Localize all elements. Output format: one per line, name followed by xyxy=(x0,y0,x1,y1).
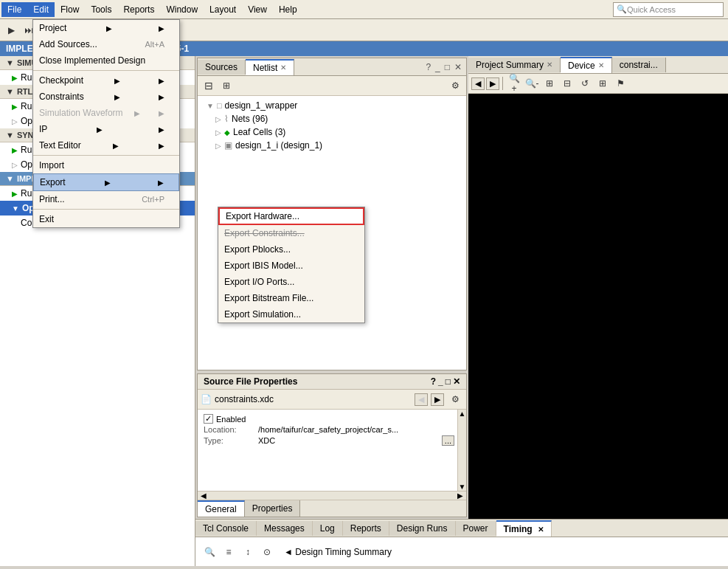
bottom-sort-btn[interactable]: ↕ xyxy=(240,544,256,560)
source-props-panel: Source File Properties ? _ □ ✕ 📄 constra… xyxy=(197,373,467,517)
menu-item-exit[interactable]: Exit xyxy=(33,211,179,227)
netlist-nets-expand: ▷ xyxy=(215,115,221,123)
menu-item-export[interactable]: Export ▶ xyxy=(33,173,179,191)
source-props-minimize[interactable]: _ xyxy=(438,376,443,387)
export-item-constraints[interactable]: Export Constraints... xyxy=(218,225,364,241)
menu-item-add-sources[interactable]: Add Sources... Alt+A xyxy=(33,36,179,52)
menu-item-sim-waveform[interactable]: Simulation Waveform ▶ xyxy=(33,105,179,121)
section-simulation-collapse[interactable]: ▼ xyxy=(6,58,14,67)
menu-item-constraints[interactable]: Constraints ▶ xyxy=(33,89,179,105)
source-props-help[interactable]: ? xyxy=(431,376,436,387)
tab-minimize-btn[interactable]: _ xyxy=(434,62,442,72)
menu-item-text-editor[interactable]: Text Editor ▶ xyxy=(33,137,179,154)
source-tab-properties-label: Properties xyxy=(252,503,293,514)
menu-item-ip[interactable]: IP ▶ xyxy=(33,121,179,137)
netlist-expand-btn[interactable]: ⊞ xyxy=(218,77,235,94)
type-dots-btn[interactable]: ... xyxy=(442,435,454,446)
section-impl-collapse[interactable]: ▼ xyxy=(6,174,14,183)
export-item-hardware[interactable]: Export Hardware... xyxy=(218,207,364,225)
bottom-filter-btn[interactable]: ≡ xyxy=(221,544,237,560)
export-item-io-ports[interactable]: Export I/O Ports... xyxy=(218,274,364,290)
open-impl-expand-icon: ▼ xyxy=(12,204,19,213)
tab-device-close[interactable]: ✕ xyxy=(598,61,604,69)
tab-close-btn[interactable]: ✕ xyxy=(453,62,463,72)
menu-reports[interactable]: Reports xyxy=(117,2,160,17)
tab-netlist[interactable]: Netlist ✕ xyxy=(246,59,294,75)
device-zoom-in[interactable]: 🔍+ xyxy=(506,75,522,92)
tab-sources[interactable]: Sources xyxy=(198,60,246,75)
tab-constraints[interactable]: constrai... xyxy=(612,58,666,72)
netlist-leafcells[interactable]: ▷ ◆ Leaf Cells (3) xyxy=(201,125,463,139)
netlist-collapse-btn[interactable]: ⊟ xyxy=(201,77,217,94)
export-item-ibis[interactable]: Export IBIS Model... xyxy=(218,258,364,274)
section-synthesis-collapse[interactable]: ▼ xyxy=(6,131,14,139)
export-bitstream-label: Export Bitstream File... xyxy=(224,293,313,303)
export-item-simulation[interactable]: Export Simulation... xyxy=(218,306,364,323)
menu-tools[interactable]: Tools xyxy=(85,2,117,17)
source-tab-properties[interactable]: Properties xyxy=(245,500,301,517)
bottom-tab-reports[interactable]: Reports xyxy=(343,521,389,536)
device-back-btn[interactable]: ◀ xyxy=(471,77,485,90)
bottom-tab-power[interactable]: Power xyxy=(456,521,496,536)
hscroll-left[interactable]: ◀ xyxy=(199,492,208,500)
scroll-down-btn[interactable]: ▼ xyxy=(457,483,466,491)
menu-item-close-impl[interactable]: Close Implemented Design xyxy=(33,52,179,69)
menu-item-print[interactable]: Print... Ctrl+P xyxy=(33,191,179,207)
menu-file[interactable]: File xyxy=(1,2,27,17)
enabled-checkbox[interactable] xyxy=(204,414,213,424)
source-props-restore[interactable]: □ xyxy=(446,376,451,387)
export-pblocks-label: Export Pblocks... xyxy=(224,244,291,255)
menu-help[interactable]: Help xyxy=(273,2,303,17)
quick-access-field[interactable]: 🔍 Quick Access xyxy=(613,2,724,17)
netlist-root[interactable]: ▼ □ design_1_wrapper xyxy=(201,99,463,112)
menu-item-import[interactable]: Import xyxy=(33,157,179,173)
netlist-settings-btn[interactable]: ⚙ xyxy=(447,77,463,94)
menu-window[interactable]: Window xyxy=(160,2,204,17)
tab-project-summary[interactable]: Project Summary ✕ xyxy=(468,58,561,72)
scroll-up-btn[interactable]: ▲ xyxy=(457,410,466,418)
hscroll-right[interactable]: ▶ xyxy=(456,492,465,500)
export-item-pblocks[interactable]: Export Pblocks... xyxy=(218,241,364,258)
bottom-tab-tcl[interactable]: Tcl Console xyxy=(195,521,257,536)
tab-help-btn[interactable]: ? xyxy=(424,62,432,72)
tab-restore-btn[interactable]: □ xyxy=(443,62,451,72)
menu-item-project[interactable]: Project ▶ xyxy=(33,20,179,36)
device-fit[interactable]: ⊞ xyxy=(541,75,558,92)
bottom-content: 🔍 ≡ ↕ ⊙ ◄ Design Timing Summary xyxy=(195,537,728,566)
menu-layout[interactable]: Layout xyxy=(204,2,242,17)
tab-device[interactable]: Device ✕ xyxy=(561,57,612,73)
device-zoom-out[interactable]: 🔍- xyxy=(524,75,540,92)
netlist-nets[interactable]: ▷ ⌇ Nets (96) xyxy=(201,112,463,125)
device-rotate[interactable]: ↺ xyxy=(577,75,593,92)
source-props-header: Source File Properties ? _ □ ✕ xyxy=(198,374,466,390)
bottom-tab-timing-close[interactable]: ✕ xyxy=(538,525,544,534)
bottom-tab-design-runs[interactable]: Design Runs xyxy=(389,521,456,536)
tab-netlist-close[interactable]: ✕ xyxy=(280,63,286,72)
menu-view[interactable]: View xyxy=(242,2,273,17)
bottom-tabs-bar: Tcl Console Messages Log Reports Design … xyxy=(195,519,728,537)
menu-item-checkpoint[interactable]: Checkpoint ▶ xyxy=(33,72,179,89)
tab-device-label: Device xyxy=(568,61,595,71)
bottom-refresh-btn[interactable]: ⊙ xyxy=(259,544,275,560)
export-item-bitstream[interactable]: Export Bitstream File... xyxy=(218,290,364,306)
section-rtl-collapse[interactable]: ▼ xyxy=(6,87,14,96)
bottom-search-btn[interactable]: 🔍 xyxy=(201,544,218,560)
source-nav-back[interactable]: ◀ xyxy=(415,393,428,406)
device-grid[interactable]: ⊞ xyxy=(594,75,611,92)
device-route[interactable]: ⚑ xyxy=(612,75,628,92)
tab-project-summary-close[interactable]: ✕ xyxy=(547,61,552,69)
source-nav-fwd[interactable]: ▶ xyxy=(431,393,444,406)
device-fwd-btn[interactable]: ▶ xyxy=(486,77,499,90)
bottom-tab-timing[interactable]: Timing ✕ xyxy=(496,520,552,537)
netlist-tab-bar: Sources Netlist ✕ ? _ □ ✕ xyxy=(198,58,466,76)
menu-edit[interactable]: Edit xyxy=(27,2,55,17)
bottom-tab-messages[interactable]: Messages xyxy=(257,521,313,536)
toolbar-run-btn[interactable]: ▶ xyxy=(3,22,19,38)
device-select[interactable]: ⊟ xyxy=(559,75,575,92)
menu-flow[interactable]: Flow xyxy=(55,2,85,17)
source-props-close[interactable]: ✕ xyxy=(453,376,460,387)
bottom-tab-log[interactable]: Log xyxy=(313,521,343,536)
source-settings[interactable]: ⚙ xyxy=(447,391,463,407)
source-tab-general[interactable]: General xyxy=(198,500,245,517)
netlist-design1[interactable]: ▷ ▣ design_1_i (design_1) xyxy=(201,139,463,152)
